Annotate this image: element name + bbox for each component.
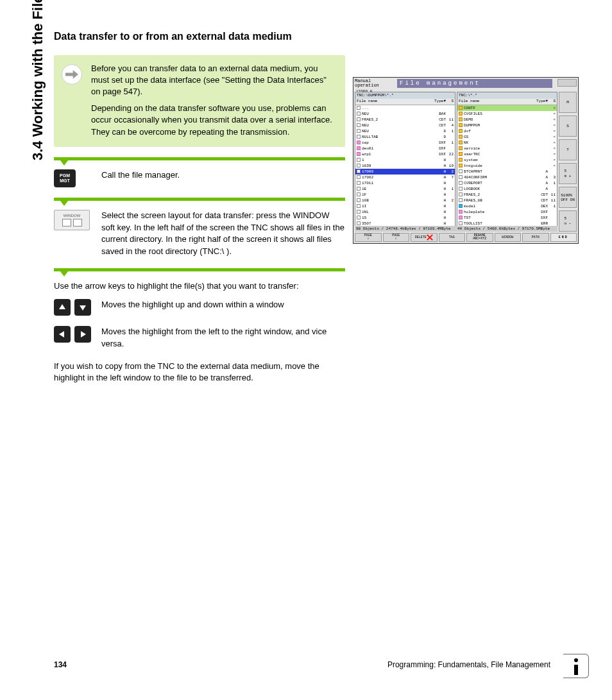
fig-right-file-row: smarTNC< — [457, 151, 557, 157]
fig-right-file-row: modalDEX1 — [457, 203, 557, 209]
section-side-title: 3.4 Working with the File Manager — [30, 0, 46, 160]
fig-softkey: PAGE ⇩ — [383, 233, 410, 242]
fig-right-file-row: FRAES_GBCDT11 — [457, 198, 557, 203]
fig-right-file-row: system< — [457, 157, 557, 163]
fig-left-file-row: 1NLH — [355, 209, 455, 215]
fig-right-file-row: DEMO< — [457, 117, 557, 123]
note-box: Before you can transfer data to an exter… — [54, 55, 345, 147]
fig-right-file-row: 404CONFIRMA3 — [457, 175, 557, 180]
fig-left-file-row: ... — [355, 105, 455, 111]
fig-right-file-row: $TCHPRNTA — [457, 169, 557, 175]
fig-left-file-row: 1IH — [355, 203, 455, 209]
fig-left-file-row: NEUD1 — [355, 128, 455, 134]
arrow-left-key-icon — [54, 326, 71, 343]
footer-chapter: Programming: Fundamentals, File Manageme… — [387, 660, 550, 669]
file-manager-screenshot: Manual operation File management 17000.H… — [353, 77, 579, 244]
fig-left-file-row: 17000H2 — [355, 169, 455, 175]
fig-right-file-row: DUMPPGM< — [457, 123, 557, 128]
note-paragraph-1: Before you can transfer data to an exter… — [91, 63, 335, 98]
fig-status-row: 98 Objects / 24748.4kBytes / 97103.4MByt… — [355, 226, 557, 232]
fig-left-path: TNC:\DUMPPGM\*.* — [355, 92, 455, 99]
fig-softkey: END — [550, 233, 577, 242]
fig-left-file-row: 1SH — [355, 215, 455, 221]
arrow-down-key-icon — [74, 299, 91, 316]
fig-right-file-row: CVREPORTA1 — [457, 180, 557, 186]
end-paragraph: If you wish to copy from the TNC to the … — [54, 361, 345, 385]
fig-title: File management — [397, 79, 552, 88]
fig-left-file-row: 1639H10 — [355, 163, 455, 169]
fig-softkey: PAGE ⇧ — [355, 233, 382, 242]
fig-softkey: DELETE — [411, 233, 438, 242]
arrow-intro-paragraph: Use the arrow keys to highlight the file… — [54, 280, 345, 293]
fig-right-file-row: holeplateDXF — [457, 209, 557, 215]
fig-left-file-row: 1FH — [355, 192, 455, 198]
fig-left-file-row: FRAES_2CDT11 — [355, 117, 455, 123]
fig-right-file-row: LOGBOOKA — [457, 186, 557, 192]
pgm-mgt-key-icon: PGM MGT — [54, 169, 76, 187]
window-softkey-label: WINDOW — [64, 214, 80, 218]
fig-right-file-row: tncguide< — [457, 163, 557, 169]
fig-right-file-row: TSTDXF — [457, 215, 557, 221]
fig-right-button: S — [559, 115, 577, 137]
fig-right-file-row: GS< — [457, 134, 557, 140]
fig-right-button: 5 ⊖ − — [559, 210, 577, 232]
fig-right-button: S100% OFF ON — [559, 187, 577, 208]
separator — [54, 198, 345, 201]
fig-left-file-row: 1H — [355, 157, 455, 163]
fig-right-file-row: CONTF< — [457, 105, 557, 111]
page-heading: Data transfer to or from an external dat… — [54, 30, 345, 44]
step-updown: Moves the highlight up and down within a… — [101, 299, 284, 311]
step-call-file-manager: Call the file manager. — [101, 169, 180, 182]
fig-left-file-row: 1GBH2 — [355, 198, 455, 203]
fig-softkey: RENAME ABC=XYZ — [466, 233, 493, 242]
fig-right-pane: TNC:\*.* File nameType▼S CONTF<CVGFILES<… — [457, 92, 557, 232]
fig-left-file-row: 17002H7 — [355, 175, 455, 180]
step-window-description: Select the screen layout for data transf… — [101, 210, 345, 258]
fig-left-file-row: NEUBAK — [355, 111, 455, 117]
fig-left-file-row: 1EH1 — [355, 186, 455, 192]
fig-left-file-row: wzp1DXF22 — [355, 151, 455, 157]
info-icon — [563, 654, 589, 678]
fig-left-pane: TNC:\DUMPPGM\*.* File nameType▼S ...NEUB… — [355, 92, 455, 232]
fig-left-file-row: 17011H — [355, 180, 455, 186]
separator — [54, 268, 345, 271]
fig-left-header: File nameType▼S — [355, 99, 455, 105]
fig-left-file-row: NEUCDT4 — [355, 123, 455, 128]
arrow-right-icon — [62, 64, 82, 85]
fig-mini-preview — [557, 79, 577, 87]
fig-left-file-row: capDXF1 — [355, 140, 455, 146]
arrow-up-key-icon — [54, 299, 71, 316]
fig-right-file-row: CVGFILES< — [457, 111, 557, 117]
window-softkey-icon: WINDOW — [54, 210, 90, 230]
fig-softkey: PATH — [522, 233, 549, 242]
fig-right-path: TNC:\*.* — [457, 92, 557, 99]
fig-mode-label: Manual operation — [355, 79, 379, 88]
fig-softkey: TAG — [439, 233, 466, 242]
fig-right-button: 5 ⊕ + — [559, 163, 577, 184]
fig-left-file-row: NULLTABD — [355, 134, 455, 140]
fig-right-file-row: FRAES_2CDT11 — [457, 192, 557, 198]
separator — [54, 157, 345, 160]
fig-right-file-row: service< — [457, 146, 557, 151]
fig-softkey: WINDOW — [495, 233, 522, 242]
fig-right-button: T — [559, 139, 577, 160]
fig-right-file-row: dxf< — [457, 128, 557, 134]
arrow-right-key-icon — [74, 326, 91, 343]
fig-left-file-row: deu01DXF — [355, 146, 455, 151]
fig-right-header: File nameType▼S — [457, 99, 557, 105]
fig-right-button: M — [559, 92, 577, 113]
note-paragraph-2: Depending on the data transfer software … — [91, 103, 335, 138]
fig-right-file-row: NK< — [457, 140, 557, 146]
footer-page-number: 134 — [54, 660, 67, 669]
step-leftright: Moves the highlight from the left to the… — [101, 326, 345, 350]
